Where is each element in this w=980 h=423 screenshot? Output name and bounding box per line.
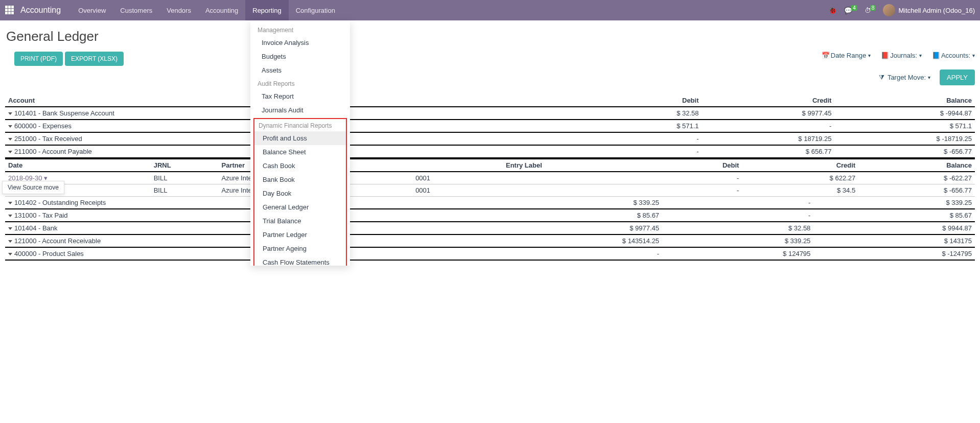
th-balance: Balance <box>834 95 975 107</box>
filter-journals[interactable]: 📕Journals:▾ <box>881 52 922 59</box>
dropdown-item[interactable]: Profit and Loss <box>254 131 346 145</box>
top-navbar: Accounting OverviewCustomersVendorsAccou… <box>0 0 980 20</box>
clock-badge: 8 <box>870 5 876 11</box>
user-menu[interactable]: Mitchell Admin (Odoo_16) <box>883 4 975 16</box>
app-brand[interactable]: Accounting <box>20 6 61 15</box>
dropdown-section: Management <box>250 24 350 36</box>
chevron-down-icon <box>8 125 12 128</box>
highlighted-section: Dynamic Financial ReportsProfit and Loss… <box>253 118 347 261</box>
dropdown-item[interactable]: Invoice Analysis <box>250 36 350 50</box>
nav-item-accounting[interactable]: Accounting <box>198 0 245 20</box>
clock-icon[interactable]: ⏱8 <box>865 7 876 14</box>
toolbar: PRINT (PDF) EXPORT (XLSX) 📅Date Range▾ 📕… <box>5 52 975 85</box>
export-xlsx-button[interactable]: EXPORT (XLSX) <box>65 52 124 66</box>
filters: 📅Date Range▾ 📕Journals:▾ 📘Accounts:▾ ⧩Ta… <box>719 52 975 85</box>
th-entry-label: Entry Label <box>412 159 636 172</box>
chevron-down-icon: ▾ <box>919 53 922 58</box>
chat-icon[interactable]: 💬4 <box>844 7 857 14</box>
th-debit: Debit <box>606 95 702 107</box>
filter-date-range[interactable]: 📅Date Range▾ <box>822 52 871 59</box>
page-title: General Ledger <box>6 29 975 44</box>
entries-table: Date JRNL Partner Entry Label Debit Cred… <box>5 158 975 197</box>
table-row[interactable]: 121000 - Account Receivable$ 143514.25$ … <box>5 234 975 247</box>
chevron-down-icon <box>8 151 12 153</box>
th-jrnl: JRNL <box>151 159 219 172</box>
print-pdf-button[interactable]: PRINT (PDF) <box>14 52 63 66</box>
apps-icon[interactable] <box>5 6 14 15</box>
chevron-down-icon <box>8 215 12 217</box>
ledger-table-2: 101402 - Outstanding Receipts$ 339.25-$ … <box>5 197 975 261</box>
table-row[interactable]: 600000 - Expenses$ 571.1-$ 571.1 <box>5 120 975 132</box>
dropdown-item[interactable]: Partner Ledger <box>254 228 346 242</box>
chevron-down-icon: ▾ <box>972 53 975 58</box>
filter-icon: ⧩ <box>878 74 885 82</box>
apply-button[interactable]: APPLY <box>940 69 975 85</box>
action-buttons: PRINT (PDF) EXPORT (XLSX) <box>14 52 124 66</box>
chevron-down-icon <box>8 253 12 255</box>
nav-item-overview[interactable]: Overview <box>71 0 113 20</box>
table-row[interactable]: 101401 - Bank Suspense Account$ 32.58$ 9… <box>5 107 975 120</box>
dropdown-item[interactable]: Budgets <box>250 50 350 63</box>
nav-item-configuration[interactable]: Configuration <box>289 0 342 20</box>
chevron-down-icon <box>8 227 12 230</box>
chevron-down-icon <box>8 112 12 115</box>
dropdown-item[interactable]: Balance Sheet <box>254 145 346 159</box>
dropdown-item[interactable]: Cash Flow Statements <box>254 255 346 261</box>
th-credit2: Credit <box>742 159 858 172</box>
dropdown-item[interactable]: Partner Ageing <box>254 242 346 255</box>
table-row[interactable]: 400000 - Product Sales-$ 124795$ -124795 <box>5 247 975 260</box>
nav-items: OverviewCustomersVendorsAccountingReport… <box>71 0 342 20</box>
dropdown-item[interactable]: Bank Book <box>254 173 346 186</box>
nav-item-customers[interactable]: Customers <box>113 0 159 20</box>
table-row[interactable]: 131000 - Tax Paid$ 85.67-$ 85.67 <box>5 209 975 222</box>
chevron-down-icon <box>8 240 12 243</box>
chevron-down-icon: ▾ <box>928 75 930 80</box>
tooltip: View Source move <box>2 181 64 194</box>
table-row[interactable]: 101402 - Outstanding Receipts$ 339.25-$ … <box>5 197 975 209</box>
dropdown-item[interactable]: Cash Book <box>254 159 346 173</box>
bug-icon[interactable]: 🐞 <box>828 6 837 14</box>
th-debit2: Debit <box>636 159 742 172</box>
filter-target-move[interactable]: ⧩Target Move:▾ <box>878 74 930 82</box>
chevron-down-icon <box>8 202 12 204</box>
calendar-icon: 📅 <box>822 52 829 59</box>
book-icon: 📕 <box>881 52 888 59</box>
th-balance2: Balance <box>858 159 975 172</box>
ledger-table: Account Debit Credit Balance 101401 - Ba… <box>5 95 975 158</box>
dropdown-section: Dynamic Financial Reports <box>254 119 346 131</box>
th-date: Date <box>5 159 151 172</box>
nav-item-vendors[interactable]: Vendors <box>159 0 198 20</box>
dropdown-section: Audit Reports <box>250 77 350 89</box>
dropdown-item[interactable]: Trial Balance <box>254 214 346 228</box>
chat-badge: 4 <box>851 5 857 11</box>
chevron-down-icon <box>8 138 12 140</box>
dropdown-item[interactable]: Assets <box>250 63 350 77</box>
filter-accounts[interactable]: 📘Accounts:▾ <box>932 52 975 59</box>
page-content: General Ledger PRINT (PDF) EXPORT (XLSX)… <box>0 20 980 261</box>
entry-row[interactable]: BILLAzure Interior0001-$ 34.5$ -656.77 <box>5 184 975 197</box>
reporting-dropdown: ManagementInvoice AnalysisBudgetsAssetsA… <box>250 20 350 261</box>
th-credit: Credit <box>702 95 835 107</box>
table-row[interactable]: 101404 - Bank$ 9977.45$ 32.58$ 9944.87 <box>5 222 975 234</box>
book-icon: 📘 <box>932 52 939 59</box>
table-row[interactable]: 251000 - Tax Received-$ 18719.25$ -18719… <box>5 132 975 145</box>
table-row[interactable]: 211000 - Account Payable-$ 656.77$ -656.… <box>5 145 975 158</box>
dropdown-item[interactable]: Day Book <box>254 186 346 200</box>
entry-row[interactable]: 2018-09-30 ▾BILLAzure Interior0001-$ 622… <box>5 172 975 184</box>
nav-item-reporting[interactable]: Reporting <box>245 0 288 20</box>
dropdown-item[interactable]: Journals Audit <box>250 103 350 117</box>
dropdown-item[interactable]: General Ledger <box>254 200 346 214</box>
avatar <box>883 4 895 16</box>
user-name: Mitchell Admin (Odoo_16) <box>898 7 975 14</box>
nav-right: 🐞 💬4 ⏱8 Mitchell Admin (Odoo_16) <box>828 4 975 16</box>
chevron-down-icon: ▾ <box>868 53 871 58</box>
dropdown-item[interactable]: Tax Report <box>250 89 350 103</box>
